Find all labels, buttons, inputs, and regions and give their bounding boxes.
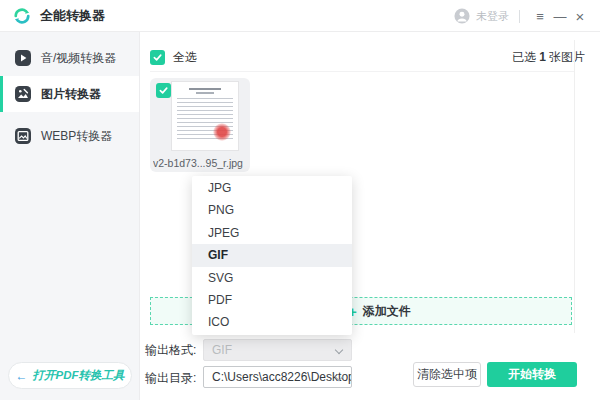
dropdown-option-png[interactable]: PNG (192, 199, 352, 221)
thumb-text-line (196, 92, 214, 94)
check-icon (153, 53, 162, 62)
output-dir-select[interactable]: C:\Users\acc8226\Desktop (203, 366, 352, 388)
file-name: v2-b1d73...95_r.jpg (153, 157, 249, 169)
output-format-value: GIF (212, 343, 232, 357)
image-converter-icon (14, 85, 32, 103)
output-format-label: 输出格式: (145, 339, 196, 361)
menu-icon[interactable]: ≡ (530, 0, 550, 32)
app-logo-sync-icon (12, 6, 32, 26)
dropdown-option-pdf[interactable]: PDF (192, 289, 352, 311)
open-pdf-tool-label: 打开PDF转换工具 (33, 368, 125, 383)
file-checkbox[interactable] (156, 83, 171, 98)
red-stamp (213, 123, 231, 141)
divider (150, 71, 574, 72)
app-window: 全能转换器 未登录 ≡ — × 音/视频转换器 (0, 0, 600, 400)
add-file-content: + 添加文件 (348, 298, 411, 324)
close-icon[interactable]: × (570, 0, 590, 32)
selected-count-prefix: 已选 (512, 50, 536, 64)
select-all-bar: 全选 已选1张图片 (150, 44, 585, 70)
output-dir-label: 输出目录: (145, 367, 196, 389)
dropdown-option-svg[interactable]: SVG (192, 267, 352, 289)
file-card[interactable]: v2-b1d73...95_r.jpg (150, 78, 250, 172)
check-icon (159, 86, 168, 95)
audio-video-converter-icon (14, 49, 32, 67)
scroll-area-border (574, 40, 575, 333)
thumb-text-line (189, 88, 221, 90)
sidebar-item-image-converter[interactable]: 图片转换器 (0, 76, 139, 112)
webp-converter-icon (14, 127, 32, 145)
titlebar: 全能转换器 未登录 ≡ — × (0, 0, 600, 32)
login-status[interactable]: 未登录 (476, 9, 509, 24)
titlebar-divider (519, 10, 520, 23)
sidebar-item-webp-converter[interactable]: WEBP转换器 (0, 118, 139, 154)
user-avatar-icon[interactable] (454, 8, 470, 24)
dropdown-option-jpeg[interactable]: JPEG (192, 222, 352, 244)
chevron-down-icon (335, 346, 343, 354)
output-dir-value: C:\Users\acc8226\Desktop (212, 370, 352, 384)
back-arrow-icon: ← (16, 369, 28, 383)
selected-count-number: 1 (539, 50, 546, 64)
minimize-icon[interactable]: — (550, 0, 570, 32)
add-file-label: 添加文件 (363, 303, 411, 320)
dropdown-option-gif[interactable]: GIF (192, 244, 352, 266)
output-format-select[interactable]: GIF (203, 339, 352, 361)
sidebar-item-label: WEBP转换器 (41, 128, 112, 145)
dropdown-option-ico[interactable]: ICO (192, 311, 352, 333)
select-all-checkbox[interactable] (150, 50, 165, 65)
sidebar-item-label: 图片转换器 (41, 86, 101, 103)
dropdown-option-jpg[interactable]: JPG (192, 177, 352, 199)
document-thumbnail (171, 81, 239, 151)
titlebar-right: 未登录 ≡ — × (454, 0, 590, 32)
clear-selected-button[interactable]: 清除选中项 (413, 362, 481, 387)
sidebar-item-audio-video-converter[interactable]: 音/视频转换器 (0, 40, 139, 76)
selected-count-suffix: 张图片 (549, 50, 585, 64)
start-convert-button[interactable]: 开始转换 (487, 362, 577, 387)
sidebar: 音/视频转换器 图片转换器 WEBP转换器 (0, 32, 140, 400)
sidebar-item-label: 音/视频转换器 (41, 50, 116, 67)
select-all-label: 全选 (173, 49, 197, 66)
app-title: 全能转换器 (40, 7, 105, 25)
format-dropdown: JPG PNG JPEG GIF SVG PDF ICO (192, 176, 352, 335)
open-pdf-tool-button[interactable]: ← 打开PDF转换工具 (8, 362, 132, 389)
